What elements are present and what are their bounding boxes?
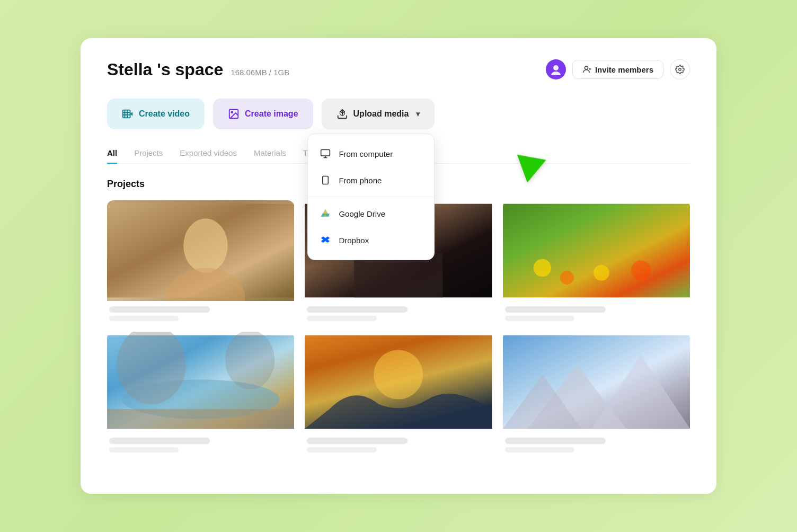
from-computer-label: From computer	[339, 149, 393, 158]
card-subtitle-3	[505, 316, 574, 321]
project-thumbnail-6	[503, 332, 690, 432]
create-video-button[interactable]: Create video	[107, 99, 205, 129]
svg-point-31	[631, 260, 650, 280]
svg-point-30	[594, 264, 609, 280]
upload-media-label: Upload media	[353, 109, 409, 119]
upload-dropdown: From computer From phone	[307, 134, 435, 260]
header-left: Stella 's space 168.06MB / 1GB	[107, 60, 289, 79]
card-subtitle-4	[109, 447, 179, 453]
card-subtitle-2	[307, 316, 376, 321]
tab-projects[interactable]: Projects	[134, 148, 163, 164]
video-icon	[122, 108, 134, 120]
google-drive-label: Google Drive	[339, 209, 385, 218]
svg-rect-6	[123, 110, 130, 118]
project-thumbnail-5	[305, 332, 492, 432]
svg-point-38	[374, 350, 423, 399]
tab-materials[interactable]: Materials	[254, 148, 286, 164]
create-video-label: Create video	[139, 109, 190, 119]
svg-point-28	[533, 259, 551, 276]
monitor-icon	[320, 148, 331, 159]
from-phone-label: From phone	[339, 176, 382, 185]
image-icon	[228, 108, 240, 120]
card-subtitle-5	[307, 447, 376, 453]
card-bottom-1	[107, 301, 294, 321]
svg-rect-27	[503, 203, 690, 297]
page-title: Stella 's space	[107, 60, 223, 79]
card-bottom-5	[305, 432, 492, 453]
invite-members-label: Invite members	[595, 65, 653, 74]
person-add-icon	[582, 65, 592, 74]
create-image-label: Create image	[245, 109, 298, 119]
card-subtitle-1	[109, 316, 179, 321]
actions-row: Create video Create image	[107, 99, 690, 129]
svg-point-1	[551, 72, 561, 75]
header: Stella 's space 168.06MB / 1GB Invite me…	[107, 59, 690, 79]
phone-icon	[320, 174, 331, 186]
main-card: Stella 's space 168.06MB / 1GB Invite me…	[81, 38, 716, 494]
project-card-4[interactable]	[107, 332, 294, 453]
avatar[interactable]	[546, 59, 566, 79]
svg-point-2	[585, 66, 588, 69]
upload-media-wrapper: Upload media ▾ From computer	[322, 99, 435, 129]
svg-rect-16	[321, 150, 330, 156]
dropdown-item-dropbox[interactable]: Dropbox	[308, 227, 434, 253]
upload-icon	[336, 108, 348, 120]
svg-point-5	[679, 68, 681, 71]
dropbox-label: Dropbox	[339, 236, 369, 245]
project-card-6[interactable]	[503, 332, 690, 453]
svg-rect-34	[107, 409, 294, 429]
card-bottom-3	[503, 301, 690, 321]
project-thumbnail-1	[107, 200, 294, 301]
card-bottom-6	[503, 432, 690, 453]
chevron-down-icon: ▾	[416, 110, 420, 118]
card-subtitle-6	[505, 447, 574, 453]
card-title-6	[505, 438, 606, 444]
header-right: Invite members	[546, 59, 690, 79]
project-card-3[interactable]	[503, 200, 690, 321]
invite-members-button[interactable]: Invite members	[572, 60, 663, 79]
dropdown-divider-1	[308, 197, 434, 197]
create-image-button[interactable]: Create image	[213, 99, 313, 129]
project-thumbnail-3	[503, 200, 690, 301]
settings-button[interactable]	[670, 59, 690, 79]
project-thumbnail-4	[107, 332, 294, 432]
svg-point-12	[231, 111, 233, 113]
svg-point-0	[553, 65, 559, 70]
svg-point-29	[560, 271, 574, 285]
card-title-4	[109, 438, 210, 444]
gear-icon	[675, 65, 685, 74]
tab-exported-videos[interactable]: Exported videos	[180, 148, 237, 164]
card-title-1	[109, 306, 210, 313]
project-card-5[interactable]	[305, 332, 492, 453]
dropbox-icon	[320, 234, 331, 246]
svg-point-22	[183, 218, 228, 272]
project-card-1[interactable]	[107, 200, 294, 321]
dropdown-item-from-phone[interactable]: From phone	[308, 167, 434, 193]
svg-rect-19	[323, 176, 329, 184]
card-title-3	[505, 306, 606, 313]
drive-icon	[320, 208, 331, 219]
upload-media-button[interactable]: Upload media ▾	[322, 99, 435, 129]
storage-info: 168.06MB / 1GB	[231, 68, 289, 77]
tab-all[interactable]: All	[107, 148, 117, 164]
card-bottom-2	[305, 301, 492, 321]
card-title-2	[307, 306, 408, 313]
card-bottom-4	[107, 432, 294, 453]
dropdown-item-from-computer[interactable]: From computer	[308, 140, 434, 167]
dropdown-item-google-drive[interactable]: Google Drive	[308, 200, 434, 227]
svg-point-36	[225, 332, 274, 389]
card-title-5	[307, 438, 408, 444]
